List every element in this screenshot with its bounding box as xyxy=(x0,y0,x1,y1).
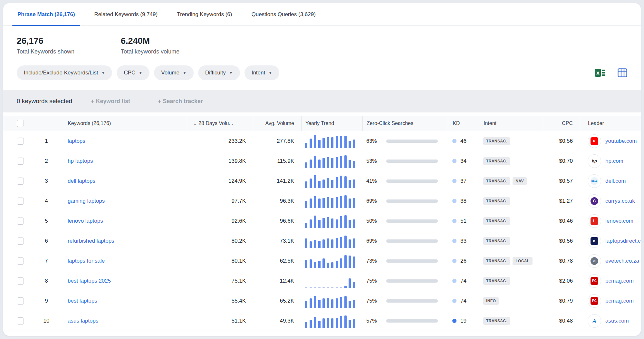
add-keyword-list-button[interactable]: + Keyword list xyxy=(91,98,130,105)
kd-dot xyxy=(452,199,457,203)
kd-dot xyxy=(452,179,457,183)
kd-value: 46 xyxy=(460,138,466,144)
header-cpc[interactable]: CPC xyxy=(543,116,580,131)
keyword-link[interactable]: hp laptops xyxy=(68,158,93,164)
header-28-days-volume[interactable]: ↓ 28 Days Volu... xyxy=(187,116,253,131)
row-checkbox[interactable] xyxy=(17,178,24,185)
keyword-link[interactable]: laptops xyxy=(68,138,85,144)
trend-bar xyxy=(314,262,316,268)
leader-domain-link[interactable]: lenovo.com xyxy=(605,218,633,224)
filter-intent[interactable]: Intent ▼ xyxy=(245,65,279,80)
cell-checkbox xyxy=(10,231,32,251)
add-search-tracker-button[interactable]: + Search tracker xyxy=(158,98,203,105)
leader-domain-link[interactable]: currys.co.uk xyxy=(605,198,635,204)
leader-domain-link[interactable]: evetech.co.za xyxy=(605,258,639,264)
cell-leader: PC pcmag.com xyxy=(580,271,641,291)
leader-domain-link[interactable]: hp.com xyxy=(605,158,623,164)
excel-export-icon[interactable]: X xyxy=(595,68,606,78)
avg-volume-value: 115.9K xyxy=(277,158,294,164)
cell-checkbox xyxy=(10,271,32,291)
keywords-selected-count: 0 keywords selected xyxy=(17,98,72,105)
leader-domain-link[interactable]: asus.com xyxy=(605,318,629,324)
keyword-link[interactable]: gaming laptops xyxy=(68,198,105,204)
leader-domain-link[interactable]: dell.com xyxy=(605,178,626,184)
cell-zero-click: 41% xyxy=(362,171,448,191)
row-checkbox[interactable] xyxy=(17,257,24,265)
keyword-link[interactable]: best laptops xyxy=(68,298,97,304)
keyword-link[interactable]: lenovo laptops xyxy=(68,218,103,224)
filter-label: Difficulty xyxy=(205,70,226,76)
trend-bar xyxy=(318,321,321,328)
cell-avg-volume: 96.6K xyxy=(253,211,301,231)
zero-click-percent: 53% xyxy=(366,158,381,164)
yearly-trend-chart xyxy=(301,254,355,268)
trend-bar xyxy=(331,262,333,268)
trend-bar xyxy=(340,136,342,148)
zero-click-percent: 41% xyxy=(366,178,381,184)
header-leader[interactable]: Leader xyxy=(580,116,641,131)
row-checkbox[interactable] xyxy=(17,198,24,205)
keywords-table: Keywords (26,176) ↓ 28 Days Volu... Avg.… xyxy=(3,116,641,331)
row-checkbox[interactable] xyxy=(17,297,24,305)
cpc-value: $0.56 xyxy=(559,138,573,144)
zero-click-percent: 75% xyxy=(366,278,381,284)
trend-bar xyxy=(349,301,351,308)
trend-bar xyxy=(331,180,333,188)
row-checkbox[interactable] xyxy=(17,317,24,324)
tab-related-keywords[interactable]: Related Keywords (9,749) xyxy=(85,3,168,25)
cell-intent: TRANSAC. xyxy=(480,211,543,231)
header-keywords[interactable]: Keywords (26,176) xyxy=(61,116,187,131)
pcmag-icon: PC xyxy=(591,297,598,305)
leader-domain-link[interactable]: pcmag.com xyxy=(605,298,634,304)
keyword-link[interactable]: best laptops 2025 xyxy=(68,278,111,284)
row-checkbox[interactable] xyxy=(17,277,24,285)
trend-bar xyxy=(340,287,342,288)
row-checkbox[interactable] xyxy=(17,237,24,245)
cell-row-number: 8 xyxy=(32,271,61,291)
tab-trending-keywords[interactable]: Trending Keywords (6) xyxy=(167,3,242,25)
row-checkbox[interactable] xyxy=(17,138,24,145)
cell-28-days-volume: 233.2K xyxy=(187,131,253,151)
header-intent[interactable]: Intent xyxy=(480,116,543,131)
filter-include-exclude[interactable]: Include/Exclude Keywords/List ▼ xyxy=(17,65,112,80)
header-zero-click[interactable]: Zero-Click Searches xyxy=(362,116,448,131)
table-columns-icon[interactable] xyxy=(618,68,627,77)
leader-domain-link[interactable]: pcmag.com xyxy=(605,278,634,284)
cell-zero-click: 75% xyxy=(362,291,448,311)
zero-click-percent: 73% xyxy=(366,258,381,264)
filter-difficulty[interactable]: Difficulty ▼ xyxy=(198,65,240,80)
filter-volume[interactable]: Volume ▼ xyxy=(154,65,194,80)
cpc-value: $0.79 xyxy=(559,298,573,304)
header-select-all xyxy=(10,116,32,131)
trend-bar xyxy=(305,223,307,228)
tab-questions-queries[interactable]: Questions Queries (3,629) xyxy=(242,3,325,25)
header-avg-volume[interactable]: Avg. Volume xyxy=(253,116,301,131)
trend-bar xyxy=(305,143,307,148)
intent-badge: TRANSAC. xyxy=(483,137,510,145)
kd-dot xyxy=(452,219,457,223)
select-all-checkbox[interactable] xyxy=(17,120,24,127)
trend-bar xyxy=(340,258,342,268)
filter-cpc[interactable]: CPC ▼ xyxy=(117,65,149,80)
keyword-link[interactable]: dell laptops xyxy=(68,178,95,184)
row-checkbox[interactable] xyxy=(17,158,24,165)
cell-row-number: 9 xyxy=(32,291,61,311)
row-checkbox[interactable] xyxy=(17,218,24,225)
zero-click-bar xyxy=(386,319,438,323)
keyword-link[interactable]: asus laptops xyxy=(68,318,98,324)
cell-kd: 38 xyxy=(448,191,480,211)
cell-intent: TRANSAC. xyxy=(480,131,543,151)
header-kd[interactable]: KD xyxy=(448,116,480,131)
header-yearly-trend[interactable]: Yearly Trend xyxy=(301,116,362,131)
volume-28d-value: 55.4K xyxy=(232,298,246,304)
trend-bar xyxy=(331,239,333,248)
tab-phrase-match[interactable]: Phrase Match (26,176) xyxy=(8,3,85,25)
keyword-link[interactable]: laptops for sale xyxy=(68,258,105,264)
trend-bar xyxy=(327,178,329,188)
leader-domain-link[interactable]: youtube.com xyxy=(605,138,637,144)
cpc-value: $2.06 xyxy=(559,278,573,284)
leader-favicon-ring: C xyxy=(588,194,601,208)
leader-domain-link[interactable]: laptopsdirect.co.uk xyxy=(605,238,641,244)
keyword-link[interactable]: refurbished laptops xyxy=(68,238,114,244)
trend-bar xyxy=(327,137,329,148)
